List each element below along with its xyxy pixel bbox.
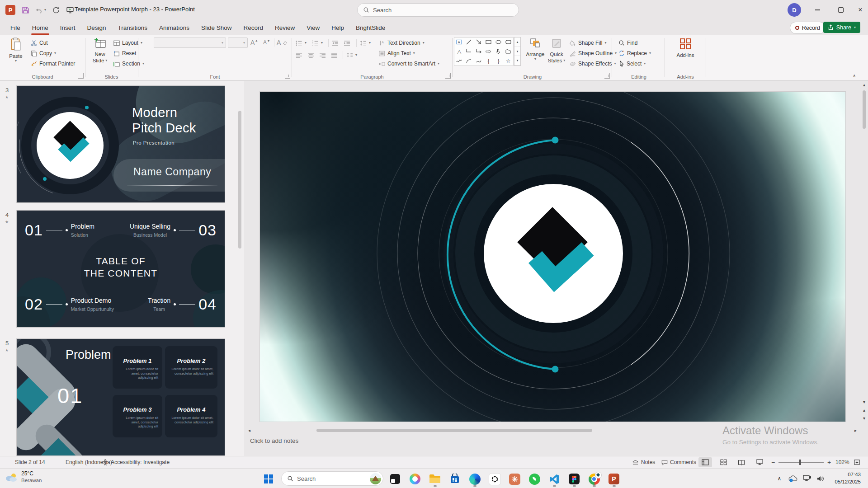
increase-indent-button[interactable]: [344, 38, 350, 48]
maximize-button[interactable]: [829, 0, 853, 20]
zoom-level[interactable]: 102%: [835, 456, 849, 468]
notes-placeholder[interactable]: Click to add notes: [250, 437, 298, 444]
copy-button[interactable]: Copy ▾: [31, 48, 56, 58]
weather-widget[interactable]: 25°C Berawan: [5, 470, 42, 484]
clear-formatting-button[interactable]: A: [277, 38, 287, 47]
tab-transitions[interactable]: Transitions: [112, 20, 154, 35]
tab-help[interactable]: Help: [326, 20, 350, 35]
zoom-slider-thumb[interactable]: [799, 460, 801, 465]
zoom-in-button[interactable]: +: [827, 456, 831, 468]
tab-file[interactable]: File: [5, 20, 26, 35]
scroll-down-arrow[interactable]: ▾: [863, 400, 865, 404]
tab-slide-show[interactable]: Slide Show: [195, 20, 238, 35]
replace-button[interactable]: Replace▾: [618, 48, 651, 58]
powerpoint-taskbar-icon[interactable]: P: [606, 471, 622, 487]
numbering-button[interactable]: ▾: [312, 38, 323, 48]
minimize-button[interactable]: [806, 0, 829, 20]
task-view-button[interactable]: [387, 471, 403, 487]
edge-icon[interactable]: [467, 471, 483, 487]
convert-smartart-button[interactable]: Convert to SmartArt▾: [379, 59, 439, 69]
view-normal-button[interactable]: [698, 457, 712, 467]
network-icon[interactable]: [801, 469, 814, 488]
view-slideshow-button[interactable]: [753, 456, 766, 468]
shapes-gallery-scrollbar[interactable]: ▴▾▾: [514, 37, 521, 66]
previous-slide-button[interactable]: ▴: [863, 408, 865, 413]
horizontal-scrollbar[interactable]: [316, 429, 592, 432]
select-button[interactable]: Select▾: [618, 59, 646, 69]
tab-review[interactable]: Review: [269, 20, 301, 35]
columns-button[interactable]: ▾: [346, 50, 357, 60]
scroll-up-arrow[interactable]: ▴: [863, 83, 865, 87]
decrease-indent-button[interactable]: [332, 38, 339, 48]
grow-font-button[interactable]: A▴: [250, 38, 257, 47]
shape-fill-button[interactable]: Shape Fill▾: [570, 38, 606, 48]
share-button[interactable]: Share ▾: [823, 22, 860, 33]
tab-home[interactable]: Home: [26, 20, 54, 35]
tab-view[interactable]: View: [301, 20, 326, 35]
justify-button[interactable]: [331, 50, 338, 60]
volume-icon[interactable]: [815, 469, 826, 488]
shapes-gallery[interactable]: A △ { } ☆: [454, 37, 514, 66]
file-explorer-icon[interactable]: [427, 471, 443, 487]
avatar[interactable]: D: [788, 3, 801, 17]
taskbar-search-input[interactable]: Search: [281, 471, 383, 486]
whatsapp-icon[interactable]: [526, 471, 542, 487]
view-slide-sorter-button[interactable]: [717, 456, 730, 468]
slide-thumbnail-5[interactable]: Problem 01 Problem 1 Lorem ipsum dolor s…: [17, 339, 225, 455]
shape-effects-button[interactable]: Shape Effects▾: [570, 59, 616, 69]
view-reading-button[interactable]: [735, 456, 748, 468]
tab-record[interactable]: Record: [237, 20, 269, 35]
titlebar-search-input[interactable]: Search: [357, 3, 519, 17]
align-text-button[interactable]: Align Text▾: [379, 48, 415, 58]
tab-insert[interactable]: Insert: [54, 20, 81, 35]
fit-slide-button[interactable]: [854, 456, 860, 468]
addins-button[interactable]: Add-ins: [674, 38, 697, 58]
vscode-icon[interactable]: [546, 471, 562, 487]
slide-thumbnail-3[interactable]: Modern Pitch Deck Pro Presentation Name …: [17, 86, 225, 202]
figma-icon[interactable]: [566, 471, 582, 487]
thumbnail-scrollbar[interactable]: [238, 111, 241, 249]
chatgpt-icon[interactable]: [486, 471, 503, 487]
paste-button[interactable]: Paste ▾: [5, 38, 26, 63]
notes-toggle[interactable]: Notes: [632, 456, 655, 468]
arrange-button[interactable]: Arrange ▾: [524, 38, 546, 61]
font-name-combo[interactable]: ▾: [154, 38, 226, 48]
collapse-ribbon-button[interactable]: ∧: [853, 73, 856, 78]
align-center-button[interactable]: [307, 50, 314, 60]
chrome-icon[interactable]: [586, 471, 602, 487]
line-spacing-button[interactable]: ▾: [360, 38, 371, 48]
zoom-slider[interactable]: [778, 456, 824, 468]
text-direction-button[interactable]: A Text Direction▾: [379, 38, 425, 48]
reset-button[interactable]: Reset: [113, 48, 136, 58]
format-painter-button[interactable]: Format Painter: [31, 59, 75, 69]
show-desktop-button[interactable]: [866, 468, 868, 488]
align-right-button[interactable]: [319, 50, 326, 60]
zoom-out-button[interactable]: −: [771, 456, 775, 468]
undo-icon[interactable]: ▾: [36, 6, 46, 14]
quick-styles-button[interactable]: Quick Styles▾: [546, 38, 567, 64]
drawing-dialog-launcher[interactable]: [604, 73, 610, 79]
claude-icon[interactable]: [506, 471, 523, 487]
close-button[interactable]: ×: [853, 0, 868, 20]
font-size-combo[interactable]: ▾: [228, 38, 248, 48]
accessibility-status[interactable]: Accessibility: Investigate: [102, 456, 170, 468]
tab-design[interactable]: Design: [81, 20, 112, 35]
clipboard-dialog-launcher[interactable]: [78, 73, 84, 79]
copilot-icon[interactable]: [407, 471, 423, 487]
new-slide-button[interactable]: New Slide▾: [88, 38, 112, 64]
tab-brightslide[interactable]: BrightSlide: [350, 20, 391, 35]
record-button[interactable]: Record: [790, 22, 826, 34]
microsoft-store-icon[interactable]: [447, 471, 463, 487]
tray-expand-chevron[interactable]: ∧: [775, 469, 784, 488]
next-slide-button[interactable]: ▾: [863, 416, 865, 421]
shrink-font-button[interactable]: A▾: [263, 38, 269, 47]
clock-widget[interactable]: 07:43 05/12/2025: [835, 471, 861, 485]
start-presentation-icon[interactable]: [66, 6, 74, 14]
comments-toggle[interactable]: Comments: [661, 456, 696, 468]
start-button[interactable]: [260, 471, 277, 487]
paragraph-dialog-launcher[interactable]: [445, 73, 451, 79]
shape-outline-button[interactable]: Shape Outline▾: [570, 48, 617, 58]
scroll-right-arrow[interactable]: ▸: [854, 428, 857, 433]
align-left-button[interactable]: [296, 50, 302, 60]
redo-icon[interactable]: [52, 6, 60, 14]
